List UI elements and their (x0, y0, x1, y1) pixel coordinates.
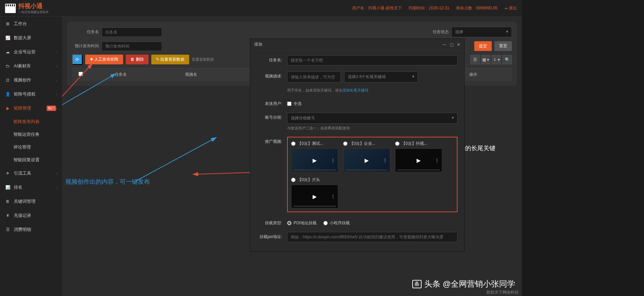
logo-icon (5, 4, 16, 13)
chevron-icon: ‹ (56, 50, 57, 54)
cloud-icon: ☁ (5, 49, 10, 55)
promo-video-label: 推广视频: (257, 137, 287, 144)
reset-button[interactable]: 重置 (494, 41, 512, 51)
doc-icon: 🗎 (5, 199, 10, 204)
publish-matrix-button[interactable]: ✚ 人工发布矩阵 (85, 55, 123, 64)
user-info: 用户名：抖视小通-新胜天下 (352, 5, 402, 11)
publish-time-input[interactable] (102, 42, 162, 51)
nav-企业号运营[interactable]: ☁企业号运营‹ (0, 45, 62, 59)
sidebar: ⊞工作台📈数据大屏☁企业号运营‹🗀AI素材库‹⊡视频创作‹👤矩阵号授权‹▶矩阵管… (0, 17, 62, 296)
nav-引流工具[interactable]: ✈引流工具‹ (0, 166, 62, 180)
modal-taskname-input[interactable] (287, 55, 458, 65)
modal-desc-label: 视频描述: (257, 71, 287, 79)
windows-icon: ⊞ (5, 21, 10, 26)
publish-time-label: 预计发布时间 (72, 43, 99, 49)
play-icon: ▶ (313, 157, 317, 164)
play-icon: ▶ (365, 157, 369, 164)
modal-title: 添加 (254, 42, 262, 47)
chevron-icon: ‹ (56, 64, 57, 68)
more-icon[interactable]: ⋮ (435, 158, 439, 163)
video-item-3[interactable]: 【0次】片头▶⋮ (291, 177, 338, 208)
nav-排名[interactable]: 📊排名‹ (0, 180, 62, 194)
account-group-select[interactable]: 选择分组账号 (287, 113, 458, 124)
video-item-2[interactable]: 【0次】抖视...▶⋮ (395, 141, 442, 172)
nav-关键词管理[interactable]: 🗎关键词管理 (0, 194, 62, 209)
nav-充值记录[interactable]: ¥充值记录 (0, 209, 62, 223)
chevron-icon: ‹ (56, 172, 57, 175)
task-name-input[interactable] (102, 27, 162, 37)
export-button[interactable]: ⇩ ▾ (492, 55, 501, 64)
task-name-label: 任务名 (72, 29, 99, 35)
video-item-1[interactable]: 【0次】企业...▶⋮ (343, 141, 390, 172)
nav-消费明细[interactable]: ☰消费明细 (0, 223, 62, 237)
video-thumb[interactable]: ▶⋮ (343, 149, 390, 172)
task-status-select[interactable]: 选择▾ (451, 27, 512, 37)
expire-info: 到期时间：2028-12-31 (409, 5, 449, 11)
nav-矩阵管理[interactable]: ▶矩阵管理热门‹ (0, 101, 62, 115)
yen-icon: ¥ (5, 213, 10, 218)
nav-数据大屏[interactable]: 📈数据大屏 (0, 31, 62, 45)
points-info: 剩余点数：9999990.85 (456, 5, 497, 11)
more-icon[interactable]: ⋮ (331, 158, 335, 163)
play-icon: ▶ (417, 157, 421, 164)
account-group-label: 账号分组: (257, 113, 287, 120)
video-thumb[interactable]: ▶⋮ (395, 149, 442, 172)
list-icon: ☰ (5, 227, 10, 232)
task-status-label: 任务状态 (422, 29, 449, 35)
more-icon[interactable]: ⋮ (383, 158, 387, 163)
send-user-label: 发送用户: (257, 99, 287, 107)
logo-text: 抖视小通 (18, 3, 43, 9)
annotation-blue: 视频创作出的内容，可一键发布 (65, 178, 150, 186)
user-icon: 👤 (5, 92, 10, 97)
subnav-矩阵发布列表[interactable]: 矩阵发布列表 (3, 115, 62, 128)
view-list-button[interactable]: ☰ (470, 55, 480, 64)
rank-icon: 📊 (5, 185, 10, 190)
video-item-0[interactable]: 【0次】测试...▶⋮ (291, 141, 338, 172)
watermark-main: 条头条 @全网营销小张同学 (412, 279, 515, 289)
delete-button[interactable]: 🗑 删除 (126, 55, 148, 64)
nav-工作台[interactable]: ⊞工作台 (0, 17, 62, 31)
mount-miniapp-radio[interactable]: 小程序挂载 (323, 220, 350, 226)
add-modal: 添加 — ▢ ✕ 任务名: 视频描述: (250, 39, 465, 252)
chevron-icon: ‹ (56, 78, 57, 82)
main-content: 任务名 任务状态 选择▾ 预计发布时间 提交 重置 (62, 17, 522, 296)
subnav-智能运营任务[interactable]: 智能运营任务 (3, 128, 62, 141)
subnav-智能回复设置[interactable]: 智能回复设置 (3, 154, 62, 166)
video-icon: ⊡ (5, 77, 10, 83)
play-icon: ▶ (313, 193, 317, 200)
minimize-icon[interactable]: — (442, 42, 446, 47)
subnav-评论管理[interactable]: 评论管理 (3, 141, 62, 154)
view-grid-button[interactable]: ▦ ▾ (481, 55, 490, 64)
video-thumb[interactable]: ▶⋮ (291, 185, 338, 208)
play-icon: ▶ (5, 106, 10, 111)
batch-update-button[interactable]: ✎ 批量更新数据 (151, 55, 189, 64)
send-icon: ✈ (5, 171, 10, 176)
modal-desc-input[interactable] (287, 71, 341, 82)
maximize-icon[interactable]: ▢ (450, 42, 453, 47)
select-all-users[interactable]: 全选 (287, 99, 458, 107)
hot-badge: 热门 (47, 106, 56, 111)
modal-taskname-label: 任务名: (257, 55, 287, 63)
nav-矩阵号授权[interactable]: 👤矩阵号授权‹ (0, 87, 62, 101)
more-icon[interactable]: ⋮ (331, 194, 335, 199)
nav-AI素材库[interactable]: 🗀AI素材库‹ (0, 59, 62, 73)
logout-button[interactable]: ⇥ 退出 (504, 5, 517, 11)
refresh-button[interactable]: ⟳ (72, 54, 83, 65)
mount-type-label: 挂载类型: (257, 218, 287, 226)
logo: 抖视小通 一站式短视频运营助手 (5, 2, 49, 14)
select-all-checkbox[interactable] (78, 72, 83, 76)
mount-poi-radio[interactable]: POI地址挂载 (287, 220, 317, 226)
video-grid: 【0次】测试...▶⋮ 【0次】企业...▶⋮ 【0次】抖视...▶⋮ 【0次】… (287, 137, 458, 212)
chevron-icon: ‹ (56, 107, 57, 110)
search-button[interactable]: 🔍 (502, 55, 512, 64)
submit-button[interactable]: 提交 (474, 41, 492, 51)
chart-icon: 📈 (5, 35, 10, 41)
add-keyword-link[interactable]: 添加长尾关键词 (342, 88, 368, 92)
nav-视频创作[interactable]: ⊡视频创作‹ (0, 73, 62, 87)
poi-addr-input[interactable] (287, 232, 458, 242)
video-thumb[interactable]: ▶⋮ (291, 149, 338, 172)
watermark-sub: 新胜天下网络科技 (486, 290, 519, 295)
svg-line-2 (136, 137, 216, 181)
close-icon[interactable]: ✕ (457, 42, 460, 47)
keyword-select[interactable]: 选择2-5个长尾关键词 (344, 71, 418, 82)
